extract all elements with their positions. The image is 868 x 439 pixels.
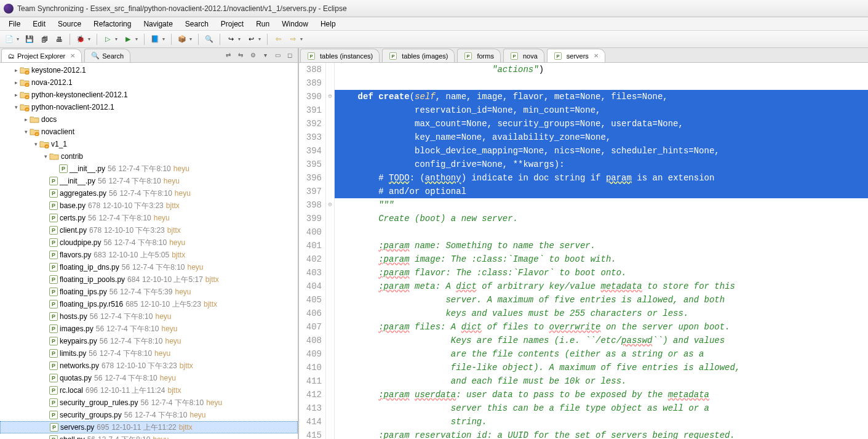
new-package-button[interactable]: 📦 [175,33,189,46]
tree-file[interactable]: Pclient.py67812-10-10 下午3:23bjttx [0,224,298,236]
code-line[interactable]: Keys are file names (i.e. ``/etc/passwd`… [335,334,868,347]
tree-file[interactable]: Phosts.py5612-7-4 下午8:10heyu [0,310,298,323]
tree-file[interactable]: Pquotas.py5612-7-4 下午8:10heyu [0,372,298,384]
tree-file[interactable]: P__init__.py5612-7-4 下午8:10heyu [0,175,298,187]
new-class-button[interactable]: 📘 [148,33,162,46]
twisty-icon[interactable]: ▾ [32,141,39,147]
new-button[interactable]: 📄 [2,33,16,46]
menu-source[interactable]: Source [52,18,87,30]
tree-file[interactable]: Pnetworks.py67812-10-10 下午3:23bjttx [0,360,298,372]
tree-folder[interactable]: ▾v1_1 [0,138,298,150]
fold-marker[interactable]: ⊖ [326,90,334,103]
dropdown-icon[interactable]: ▾ [238,36,243,42]
code-line[interactable]: file-like object). A maximum of five ent… [335,361,868,374]
code-line[interactable]: Create (boot) a new server. [335,212,868,225]
code-line[interactable]: are the file contents (either as a strin… [335,347,868,361]
code-line[interactable]: max_count=None, security_groups=None, us… [335,117,868,131]
menu-project[interactable]: Project [215,18,250,30]
code-area[interactable]: "actions") def create(self, name, image,… [335,63,868,439]
run-last-button[interactable]: ▶ [121,33,135,46]
tree-file[interactable]: Pimages.py5612-7-4 下午8:10heyu [0,323,298,335]
tree-folder[interactable]: ▾novaclient [0,126,298,138]
tree-file[interactable]: Prc.local69612-10-11 上午11:24bjttx [0,384,298,397]
dropdown-icon[interactable]: ▾ [300,36,305,42]
editor-tab[interactable]: Ptables (instances) [300,49,380,62]
tree-folder[interactable]: ▾python-novaclient-2012.1 [0,101,298,113]
code-line[interactable]: :param files: A dict of files to overrwr… [335,320,868,334]
code-line[interactable]: keys and values must be 255 characters o… [335,307,868,320]
twisty-icon[interactable]: ▾ [12,104,20,110]
tree-folder[interactable]: ▸nova-2012.1 [0,76,298,89]
tree-file[interactable]: Psecurity_groups.py5612-7-4 下午8:10heyu [0,409,298,421]
dropdown-icon[interactable]: ▾ [115,36,120,42]
code-line[interactable]: :param reservation id: a UUID for the se… [335,429,868,439]
code-line[interactable]: string. [335,415,868,429]
tab-search[interactable]: 🔍 Search [84,49,130,62]
debug-button[interactable]: 🐞 [74,33,87,46]
code-line[interactable]: """ [335,198,868,212]
tree-file[interactable]: Pcerts.py5612-7-4 下午8:10heyu [0,212,298,224]
maximize-button[interactable]: ◻ [284,49,295,60]
collapse-all-button[interactable]: ⇄ [223,49,234,60]
menu-navigate[interactable]: Navigate [137,18,178,30]
tree-file[interactable]: Pcloudpipe.py5612-7-4 下午8:10heyu [0,236,298,249]
code-line[interactable]: key_name=None, availability_zone=None, [335,131,868,144]
code-line[interactable]: # and/or optional [335,185,868,198]
tree-folder[interactable]: ▸python-keystoneclient-2012.1 [0,89,298,101]
editor-tab[interactable]: Pservers✕ [547,49,605,62]
tree-folder[interactable]: ▸docs [0,113,298,126]
tree-file[interactable]: P__init__.py5612-7-4 下午8:10heyu [0,163,298,175]
dropdown-icon[interactable]: ▾ [135,36,140,42]
editor-tab[interactable]: Pforms [457,49,501,62]
close-icon[interactable]: ✕ [594,52,599,59]
tab-project-explorer[interactable]: 🗂 Project Explorer ✕ [1,49,82,62]
code-line[interactable]: def create(self, name, image, flavor, me… [335,90,868,103]
annotation-prev-button[interactable]: ↪ [224,33,237,46]
annotation-next-button[interactable]: ↩ [244,33,258,46]
code-editor[interactable]: 3883893903913923933943953963973983994004… [299,63,868,439]
search-button[interactable]: 🔍 [202,33,216,46]
tree-file[interactable]: Psecurity_group_rules.py5612-7-4 下午8:10h… [0,397,298,409]
code-line[interactable]: :param name: Something to name the serve… [335,239,868,252]
run-button[interactable]: ▷ [101,33,114,46]
twisty-icon[interactable]: ▾ [42,153,49,159]
print-button[interactable]: 🖶 [52,33,66,46]
nav-fwd-button[interactable]: ⇨ [286,33,300,46]
code-line[interactable]: "actions") [335,63,868,76]
code-line[interactable]: block_device_mapping=None, nics=None, sc… [335,144,868,158]
code-line[interactable]: :param userdata: user data to pass to be… [335,388,868,401]
tree-file[interactable]: Pfloating_ip_pools.py68412-10-10 上午5:17b… [0,273,298,286]
menu-run[interactable]: Run [250,18,276,30]
editor-tab[interactable]: Ptables (images) [382,49,455,62]
code-line[interactable]: :param image: The :class:`Image` to boot… [335,252,868,266]
code-line[interactable] [335,225,868,239]
twisty-icon[interactable]: ▸ [12,67,20,73]
link-editor-button[interactable]: ⇆ [235,49,246,60]
twisty-icon[interactable]: ▸ [12,92,20,98]
dropdown-icon[interactable]: ▾ [258,36,263,42]
twisty-icon[interactable]: ▾ [22,129,30,135]
menu-refactoring[interactable]: Refactoring [87,18,137,30]
tree-file[interactable]: Paggregates.py5612-7-4 下午8:10heyu [0,187,298,199]
tree-file[interactable]: Pfloating_ip_dns.py5612-7-4 下午8:10heyu [0,261,298,273]
code-line[interactable]: :param flavor: The :class:`Flavor` to bo… [335,266,868,280]
tree-folder[interactable]: ▸keystone-2012.1 [0,64,298,76]
tree-file[interactable]: Pflavors.py68312-10-10 上午5:05bjttx [0,249,298,261]
tree-file[interactable]: Pfloating_ips.py5612-7-4 下午5:39heyu [0,286,298,298]
dropdown-icon[interactable]: ▾ [17,36,22,42]
tree-folder[interactable]: ▾contrib [0,150,298,163]
editor-tab[interactable]: Pnova [503,49,544,62]
dropdown-icon[interactable]: ▾ [162,36,167,42]
close-icon[interactable]: ✕ [70,52,75,59]
dropdown-icon[interactable]: ▾ [88,36,93,42]
menu-search[interactable]: Search [179,18,215,30]
code-line[interactable]: # TODO: (anthony) indicate in doc string… [335,171,868,185]
menu-edit[interactable]: Edit [26,18,52,30]
code-line[interactable]: and each file must be 10k or less. [335,374,868,388]
tree-file[interactable]: Pservers.py69512-10-11 上午11:22bjttx [0,421,298,433]
code-line[interactable]: server this can be a file type object as… [335,401,868,415]
code-line[interactable]: reservation_id=None, min_count=None, [335,103,868,117]
code-line[interactable] [335,76,868,90]
minimize-button[interactable]: ▭ [272,49,283,60]
twisty-icon[interactable]: ▸ [12,79,20,86]
